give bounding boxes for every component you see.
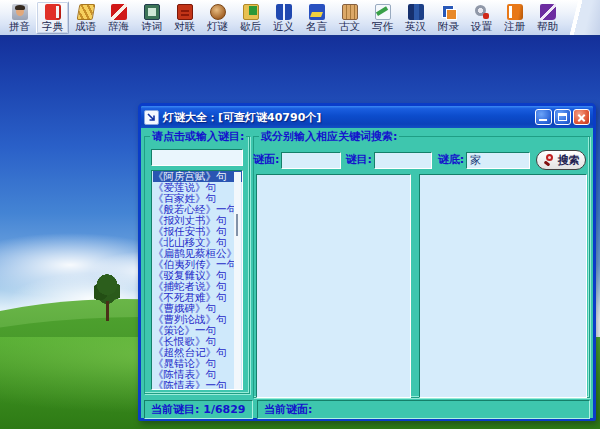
toolbar-item-label: 写作	[372, 21, 393, 32]
settings-icon	[474, 4, 490, 20]
toolbar-end-decoration	[554, 0, 600, 35]
riddle-category-label: 谜目:	[345, 151, 371, 169]
toolbar-item-settings[interactable]: 设置	[465, 1, 498, 34]
toolbar-item-label: 成语	[75, 21, 96, 32]
toolbar-item-idiom[interactable]: 成语	[69, 1, 102, 34]
quotation-icon	[309, 4, 325, 20]
toolbar-item-pinyin[interactable]: 拼音	[3, 1, 36, 34]
category-list-item[interactable]: 《报任安书》句	[153, 226, 242, 237]
toolbar-item-classical-text[interactable]: 古文	[333, 1, 366, 34]
riddle-answer-label: 谜底:	[438, 151, 464, 169]
lantern-riddle-dialog: 灯谜大全：[可查灯谜40790个] 请点击或输入谜目: 《阿房宫赋》句 《爱莲说…	[138, 103, 596, 421]
close-button[interactable]	[573, 109, 590, 125]
toolbar-item-label: 对联	[174, 21, 195, 32]
keyword-search-group-label: 或分别输入相应关键词搜索:	[259, 130, 399, 143]
tree	[94, 271, 120, 321]
category-group-label: 请点击或输入谜目:	[150, 130, 246, 143]
category-list-item[interactable]: 《北山移文》句	[153, 237, 242, 248]
english-chinese-icon	[408, 4, 424, 20]
riddle-category-input[interactable]	[374, 152, 432, 169]
synonym-icon	[276, 4, 292, 20]
toolbar-item-label: 歇后	[240, 21, 261, 32]
toolbar-item-label: 字典	[42, 21, 63, 32]
minimize-button[interactable]	[535, 109, 552, 125]
toolbar-item-label: 灯谜	[207, 21, 228, 32]
toolbar-item-label: 古文	[339, 21, 360, 32]
toolbar-item-cihai[interactable]: 辞海	[102, 1, 135, 34]
category-list-item[interactable]: 《不死君难》句	[153, 292, 242, 303]
toolbar-item-synonym[interactable]: 近义	[267, 1, 300, 34]
category-list-item[interactable]: 《驳复雠议》句	[153, 270, 242, 281]
category-list[interactable]: 《阿房宫赋》句 《爱莲说》句 《百家姓》句 《般若心经》一句 《报刘丈书》句 《…	[151, 170, 243, 390]
classical-text-icon	[342, 4, 358, 20]
magnifier-icon	[543, 154, 555, 166]
category-list-scrollbar[interactable]	[234, 172, 241, 390]
riddle-answer-input[interactable]	[466, 152, 530, 169]
category-list-item[interactable]: 《报刘丈书》句	[153, 215, 242, 226]
current-riddle-face-status: 当前谜面:	[257, 400, 590, 419]
toolbar-item-register[interactable]: 注册	[498, 1, 531, 34]
toolbar-item-label: 近义	[273, 21, 294, 32]
search-button[interactable]: 搜索	[536, 150, 586, 170]
category-list-item[interactable]: 《陈情表》一句	[153, 380, 242, 390]
scrollbar-thumb[interactable]	[236, 214, 238, 236]
category-list-item[interactable]: 《般若心经》一句	[153, 204, 242, 215]
dictionary-icon	[45, 4, 61, 20]
poetry-icon	[144, 4, 160, 20]
toolbar-item-appendix[interactable]: 附录	[432, 1, 465, 34]
toolbar-item-xiehouyu[interactable]: 歇后	[234, 1, 267, 34]
couplet-icon	[177, 4, 193, 20]
category-list-item[interactable]: 《策论》一句	[153, 325, 242, 336]
category-status: 当前谜目: 1/6829	[144, 400, 253, 419]
register-icon	[507, 4, 523, 20]
dialog-title: 灯谜大全：[可查灯谜40790个]	[163, 110, 531, 125]
toolbar-item-label: 附录	[438, 21, 459, 32]
category-list-item[interactable]: 《曹刿论战》句	[153, 314, 242, 325]
result-list-right[interactable]	[419, 174, 587, 398]
category-list-item[interactable]: 《扁鹊见蔡桓公》	[153, 248, 242, 259]
xiehouyu-icon	[243, 4, 259, 20]
idiom-icon	[76, 4, 95, 20]
toolbar-item-label: 名言	[306, 21, 327, 32]
toolbar-item-label: 诗词	[141, 21, 162, 32]
search-button-label: 搜索	[558, 153, 580, 168]
category-list-item[interactable]: 《长恨歌》句	[153, 336, 242, 347]
maximize-button[interactable]	[554, 109, 571, 125]
riddle-face-label: 谜面:	[253, 151, 279, 169]
dialog-titlebar[interactable]: 灯谜大全：[可查灯谜40790个]	[141, 106, 593, 128]
toolbar-item-label: 英汉	[405, 21, 426, 32]
category-list-item[interactable]: 《捕蛇者说》句	[153, 281, 242, 292]
toolbar-item-lantern-riddle[interactable]: 灯谜	[201, 1, 234, 34]
category-list-item[interactable]: 《晁错论》句	[153, 358, 242, 369]
lantern-riddle-icon	[210, 4, 226, 20]
dialog-client-area: 请点击或输入谜目: 《阿房宫赋》句 《爱莲说》句 《百家姓》句 《般若心经》一句…	[141, 128, 593, 418]
category-list-item[interactable]: 《爱莲说》句	[153, 182, 242, 193]
pinyin-icon	[12, 4, 28, 20]
main-toolbar: 拼音 字典 成语 辞海 诗词 对联 灯谜 歇后 近义 名言 古文 写作 英汉 附…	[0, 0, 600, 37]
toolbar-item-english-chinese[interactable]: 英汉	[399, 1, 432, 34]
toolbar-item-dictionary[interactable]: 字典	[36, 1, 69, 34]
keyword-search-row: 谜面: 谜目: 谜底: 搜索	[253, 150, 590, 170]
toolbar-item-label: 辞海	[108, 21, 129, 32]
category-list-item[interactable]: 《伯夷列传》一句	[153, 259, 242, 270]
category-list-item[interactable]: 《超然台记》句	[153, 347, 242, 358]
toolbar-item-poetry[interactable]: 诗词	[135, 1, 168, 34]
cihai-icon	[111, 4, 127, 20]
toolbar-item-label: 拼音	[9, 21, 30, 32]
toolbar-item-label: 设置	[471, 21, 492, 32]
toolbar-item-writing[interactable]: 写作	[366, 1, 399, 34]
result-list-left[interactable]	[256, 174, 411, 398]
category-list-item[interactable]: 《百家姓》句	[153, 193, 242, 204]
app-screen: 拼音 字典 成语 辞海 诗词 对联 灯谜 歇后 近义 名言 古文 写作 英汉 附…	[0, 0, 600, 429]
category-input[interactable]	[151, 149, 243, 166]
diagonal-arrow-icon	[144, 110, 159, 125]
appendix-icon	[441, 4, 457, 20]
category-list-item[interactable]: 《陈情表》句	[153, 369, 242, 380]
toolbar-item-quotation[interactable]: 名言	[300, 1, 333, 34]
category-list-item[interactable]: 《阿房宫赋》句	[153, 171, 242, 182]
riddle-face-input[interactable]	[281, 152, 341, 169]
toolbar-item-label: 注册	[504, 21, 525, 32]
category-list-item[interactable]: 《曹娥碑》句	[153, 303, 242, 314]
writing-icon	[375, 4, 391, 20]
toolbar-item-couplet[interactable]: 对联	[168, 1, 201, 34]
